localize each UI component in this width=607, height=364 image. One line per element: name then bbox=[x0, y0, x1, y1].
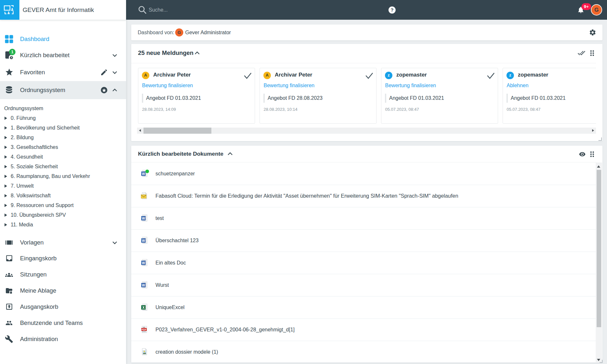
svg-text:W: W bbox=[142, 284, 145, 287]
svg-text:PDF: PDF bbox=[142, 328, 146, 331]
svg-text:W: W bbox=[142, 261, 145, 265]
svg-text:W: W bbox=[142, 172, 145, 176]
svg-text:W: W bbox=[142, 239, 145, 243]
svg-text:X: X bbox=[142, 306, 144, 309]
svg-text:W: W bbox=[142, 217, 145, 220]
